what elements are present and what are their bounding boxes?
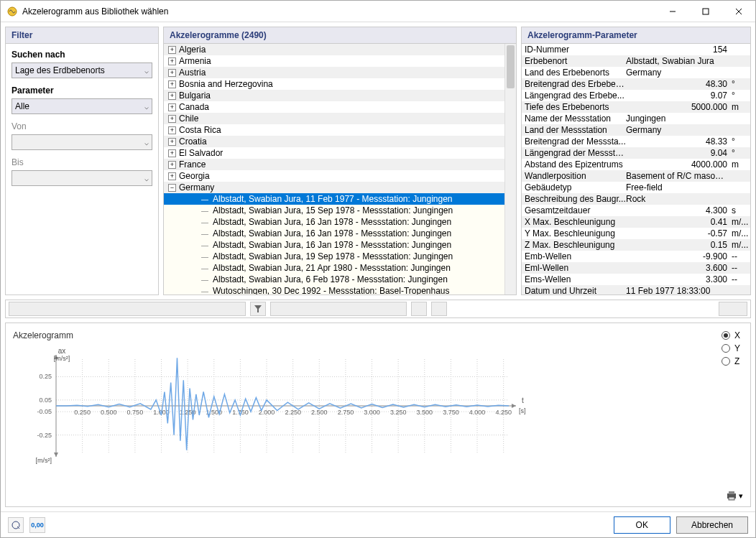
- tree-branch-icon: —: [201, 218, 208, 226]
- toolbar-btn-1[interactable]: [411, 302, 427, 316]
- tree-country[interactable]: −Germany: [164, 182, 516, 193]
- param-key: Breitengrad der Messsta...: [522, 136, 626, 147]
- toolbar-combo-2[interactable]: [270, 302, 407, 316]
- parameter-panel: Akzelerogramm-Parameter ID-Nummer154Erbe…: [521, 27, 751, 295]
- minimize-button[interactable]: [656, 1, 689, 22]
- close-button[interactable]: [722, 1, 755, 22]
- tree-country[interactable]: +Costa Rica: [164, 124, 516, 136]
- tree-record-label: Albstadt, Swabian Jura, 16 Jan 1978 - Me…: [213, 217, 451, 227]
- ok-button[interactable]: OK: [614, 516, 670, 534]
- tree-country[interactable]: +Austria: [164, 67, 516, 78]
- maximize-button[interactable]: [689, 1, 722, 22]
- toolbar-combo-1[interactable]: [9, 302, 246, 316]
- expand-icon[interactable]: +: [168, 57, 176, 65]
- param-value: 48.30: [626, 79, 730, 89]
- tree-record[interactable]: —Albstadt, Swabian Jura, 21 Apr 1980 - M…: [164, 262, 516, 274]
- param-value: 4.300: [626, 205, 730, 215]
- tree-record[interactable]: —Albstadt, Swabian Jura, 6 Feb 1978 - Me…: [164, 274, 516, 285]
- tree-body[interactable]: +Algeria+Armenia+Austria+Bosnia and Herz…: [164, 44, 516, 294]
- filter-header: Filter: [6, 27, 158, 44]
- tree-country[interactable]: +Georgia: [164, 170, 516, 182]
- tree-record-label: Albstadt, Swabian Jura, 19 Sep 1978 - Me…: [213, 251, 453, 261]
- param-value: 3.300: [626, 274, 730, 284]
- cancel-button[interactable]: Abbrechen: [676, 516, 748, 534]
- dropdown-caret-icon: ▾: [739, 491, 743, 501]
- tree-country[interactable]: +Algeria: [164, 44, 516, 55]
- tree-record[interactable]: —Albstadt, Swabian Jura, 16 Jan 1978 - M…: [164, 228, 516, 239]
- expand-icon[interactable]: +: [168, 46, 176, 54]
- param-key: Y Max. Beschleunigung: [522, 228, 626, 238]
- axis-radio-x[interactable]: X: [722, 330, 740, 340]
- svg-text:-0.05: -0.05: [37, 408, 52, 415]
- help-button[interactable]: [8, 517, 24, 533]
- param-select[interactable]: Alle ⌵: [11, 98, 152, 114]
- toolbar-btn-3[interactable]: [719, 302, 747, 316]
- von-select: ⌵: [11, 134, 152, 150]
- expand-icon[interactable]: +: [168, 126, 176, 134]
- param-unit: m: [730, 159, 750, 170]
- tree-record[interactable]: —Wutoschingen, 30 Dec 1992 - Messstation…: [164, 285, 516, 294]
- tree-country-label: Algeria: [179, 45, 206, 55]
- tree-country[interactable]: +Bulgaria: [164, 90, 516, 101]
- tree-country-label: France: [179, 159, 206, 170]
- filter-icon-button[interactable]: [250, 302, 266, 316]
- param-key: Z Max. Beschleunigung: [522, 240, 626, 250]
- param-row: WandlerpositionBasement of R/C masonr...: [522, 170, 750, 182]
- param-unit: --: [730, 263, 750, 273]
- svg-marker-27: [512, 404, 516, 408]
- expand-icon[interactable]: +: [168, 103, 176, 111]
- units-button[interactable]: 0,00: [29, 517, 45, 533]
- tree-branch-icon: —: [201, 276, 208, 284]
- param-key: Abstand des Epizentrums: [522, 159, 626, 170]
- tree-record[interactable]: —Albstadt, Swabian Jura, 16 Jan 1978 - M…: [164, 216, 516, 228]
- tree-country[interactable]: +Chile: [164, 113, 516, 124]
- expand-icon[interactable]: +: [168, 138, 176, 146]
- expand-icon[interactable]: +: [168, 161, 176, 169]
- tree-country[interactable]: +Armenia: [164, 55, 516, 67]
- tree-country[interactable]: +El Salvador: [164, 147, 516, 159]
- expand-icon[interactable]: +: [168, 149, 176, 157]
- param-unit: m: [730, 102, 750, 112]
- print-button[interactable]: ▾: [726, 491, 743, 501]
- tree-record[interactable]: —Albstadt, Swabian Jura, 19 Sep 1978 - M…: [164, 251, 516, 262]
- param-row: Name der MessstationJungingen: [522, 113, 750, 124]
- expand-icon[interactable]: +: [168, 80, 176, 88]
- tree-record-label: Albstadt, Swabian Jura, 21 Apr 1980 - Me…: [213, 263, 451, 273]
- param-row: Land des ErbebenortsGermany: [522, 67, 750, 78]
- param-row: Y Max. Beschleunigung-0.57m/...: [522, 228, 750, 239]
- expand-icon[interactable]: +: [168, 69, 176, 77]
- filter-panel: Filter Suchen nach Lage des Erdbebenorts…: [5, 27, 159, 295]
- tree-country[interactable]: +Croatia: [164, 136, 516, 147]
- tree-country-label: Canada: [179, 102, 209, 112]
- expand-icon[interactable]: +: [168, 92, 176, 100]
- param-value: 0.41: [626, 217, 730, 227]
- expand-icon[interactable]: +: [168, 172, 176, 180]
- param-key: Längengrad der Messsta...: [522, 148, 626, 158]
- tree-record[interactable]: —Albstadt, Swabian Jura, 11 Feb 1977 - M…: [164, 193, 516, 205]
- param-value: 48.33: [626, 136, 730, 147]
- svg-rect-59: [729, 497, 734, 500]
- tree-record[interactable]: —Albstadt, Swabian Jura, 15 Sep 1978 - M…: [164, 205, 516, 216]
- chevron-down-icon: ⌵: [144, 139, 149, 147]
- tree-country[interactable]: +France: [164, 159, 516, 170]
- tree-country-label: Bulgaria: [179, 91, 211, 101]
- param-row: Abstand des Epizentrums4000.000m: [522, 159, 750, 170]
- collapse-icon[interactable]: −: [168, 184, 176, 192]
- param-key: Emb-Wellen: [522, 251, 626, 261]
- tree-record-label: Albstadt, Swabian Jura, 11 Feb 1977 - Me…: [213, 194, 453, 204]
- tree-country[interactable]: +Bosnia and Herzegovina: [164, 78, 516, 90]
- tree-country-label: Austria: [179, 68, 206, 78]
- tree-record[interactable]: —Albstadt, Swabian Jura, 16 Jan 1978 - M…: [164, 239, 516, 251]
- tree-country-label: Bosnia and Herzegovina: [179, 79, 273, 89]
- tree-country[interactable]: +Canada: [164, 101, 516, 113]
- expand-icon[interactable]: +: [168, 115, 176, 123]
- search-select[interactable]: Lage des Erdbebenorts ⌵: [11, 62, 152, 78]
- param-key: Gesamtzeitdauer: [522, 205, 626, 215]
- scroll-thumb[interactable]: [507, 45, 515, 88]
- param-key: Eml-Wellen: [522, 263, 626, 273]
- axis-radio-y[interactable]: Y: [722, 343, 740, 353]
- axis-radio-z[interactable]: Z: [722, 356, 740, 366]
- param-value: 5000.000: [626, 102, 730, 112]
- toolbar-btn-2[interactable]: [431, 302, 447, 316]
- scrollbar[interactable]: [504, 44, 516, 294]
